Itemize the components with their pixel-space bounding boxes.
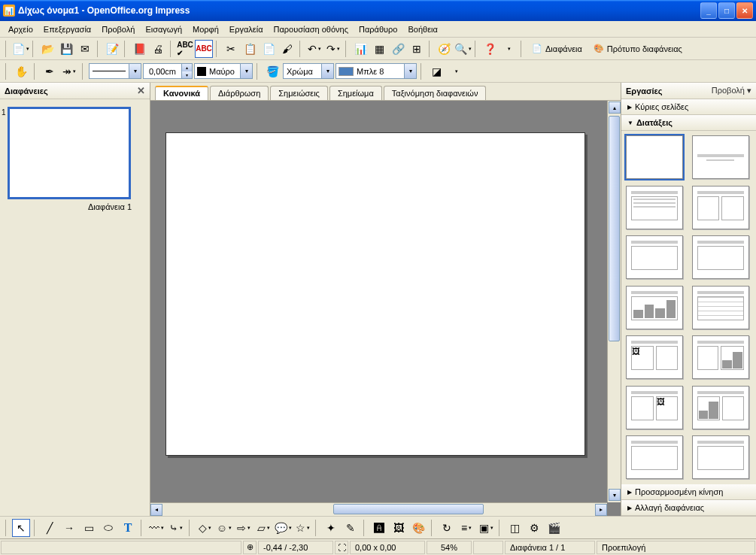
save-button[interactable]: 💾 — [57, 40, 75, 58]
from-file-tool[interactable]: 🖼 — [390, 519, 408, 537]
copy-button[interactable]: 📋 — [241, 40, 259, 58]
menu-format[interactable]: Μορφή — [187, 23, 224, 35]
layout-chart-text[interactable] — [692, 386, 749, 429]
slides-panel-close-icon[interactable]: ✕ — [137, 85, 145, 96]
tab-handout[interactable]: Σημείωμα — [329, 86, 382, 100]
menu-help[interactable]: Βοήθεια — [402, 23, 442, 35]
open-button[interactable]: 📂 — [38, 40, 56, 58]
spellcheck-button[interactable]: ABC✔ — [176, 40, 194, 58]
arrange-tool[interactable]: ▣▾ — [477, 519, 495, 537]
animation-tool[interactable]: 🎬 — [545, 519, 563, 537]
autospellcheck-button[interactable]: ABC — [195, 40, 213, 58]
basic-shapes-tool[interactable]: ◇▾ — [196, 519, 214, 537]
tab-normal[interactable]: Κανονικά — [155, 86, 208, 100]
arrow-end-button[interactable]: ↠▾ — [60, 62, 78, 80]
layout-more-2[interactable] — [692, 435, 749, 479]
menu-tools[interactable]: Εργαλεία — [224, 23, 269, 35]
layout-title-only[interactable] — [626, 235, 683, 279]
line-color-combo[interactable]: Μαύρο ▾ — [194, 63, 253, 79]
status-zoom[interactable]: 54% — [427, 541, 472, 554]
slide-button[interactable]: 📄Διαφάνεια — [527, 40, 587, 58]
connector-tool[interactable]: ⤷▾ — [167, 519, 185, 537]
layout-two-content[interactable] — [692, 186, 749, 229]
curve-tool[interactable]: 〰▾ — [147, 519, 165, 537]
undo-button[interactable]: ↶▾ — [305, 40, 323, 58]
layout-object[interactable] — [692, 235, 749, 279]
align-tool[interactable]: ≡▾ — [457, 519, 475, 537]
menu-view[interactable]: Προβολή — [96, 23, 140, 35]
horizontal-scrollbar[interactable]: ◂ ▸ — [150, 502, 607, 516]
menu-edit[interactable]: Επεξεργασία — [38, 23, 96, 35]
tab-notes[interactable]: Σημειώσεις — [270, 86, 328, 100]
rotate-tool[interactable]: ↻ — [438, 519, 456, 537]
points-tool[interactable]: ✦ — [322, 519, 340, 537]
zoom-button[interactable]: 🔍▾ — [454, 40, 472, 58]
fill-type-combo[interactable]: Χρώμα ▾ — [283, 63, 334, 79]
layout-blank[interactable] — [626, 135, 683, 179]
toolbar-more[interactable]: ▾ — [447, 62, 465, 80]
format-paintbrush-button[interactable]: 🖌 — [278, 40, 296, 58]
menu-insert[interactable]: Εισαγωγή — [140, 23, 187, 35]
layout-more-1[interactable] — [626, 435, 683, 479]
stars-tool[interactable]: ☆▾ — [293, 519, 311, 537]
layout-table[interactable] — [692, 286, 749, 329]
slide-canvas[interactable] — [165, 132, 585, 456]
email-button[interactable]: ✉ — [76, 40, 94, 58]
pen-tool[interactable]: ✒ — [41, 62, 59, 80]
gallery-tool[interactable]: 🎨 — [409, 519, 427, 537]
close-button[interactable]: ✕ — [736, 2, 753, 19]
flowchart-tool[interactable]: ▱▾ — [254, 519, 272, 537]
tasks-view-link[interactable]: Προβολή ▾ — [712, 86, 751, 96]
section-slide-transition[interactable]: Αλλαγή διαφάνειας — [621, 500, 756, 516]
export-pdf-button[interactable]: 📕 — [130, 40, 148, 58]
menu-window[interactable]: Παράθυρο — [354, 23, 402, 35]
line-tool[interactable]: ╱ — [41, 519, 59, 537]
edit-file-button[interactable]: 📝 — [103, 40, 121, 58]
tab-sorter[interactable]: Ταξινόμηση διαφανειών — [384, 86, 487, 100]
arrow-tool[interactable]: → — [60, 519, 78, 537]
redo-button[interactable]: ↷▾ — [324, 40, 342, 58]
line-width-input[interactable] — [144, 64, 181, 78]
layout-content[interactable] — [626, 186, 683, 229]
layout-text-chart[interactable] — [692, 335, 749, 379]
ellipse-tool[interactable]: ⬭ — [99, 519, 117, 537]
help-button[interactable]: ❓ — [481, 40, 499, 58]
symbol-shapes-tool[interactable]: ☺▾ — [215, 519, 233, 537]
chart-button[interactable]: 📊 — [351, 40, 369, 58]
cut-button[interactable]: ✂ — [222, 40, 240, 58]
menu-slideshow[interactable]: Παρουσίαση οθόνης — [269, 23, 354, 35]
callout-tool[interactable]: 💬▾ — [274, 519, 292, 537]
slide-editor[interactable]: ▴ ▾ ◂ ▸ — [150, 101, 621, 516]
slide-thumbnail-1[interactable]: 1 — [8, 107, 142, 199]
select-tool[interactable]: ↖ — [12, 519, 30, 537]
fill-color-combo[interactable]: Μπλε 8 ▾ — [335, 63, 417, 79]
block-arrows-tool[interactable]: ⇨▾ — [235, 519, 253, 537]
tab-outline[interactable]: Διάρθρωση — [210, 86, 269, 100]
layout-text-clipart[interactable]: 🖼 — [626, 386, 683, 429]
slide-template-button[interactable]: 🎨Πρότυπο διαφάνειας — [588, 40, 688, 58]
table-button[interactable]: ▦ — [370, 40, 388, 58]
layout-clipart-text[interactable]: 🖼 — [626, 335, 683, 379]
gluepoints-tool[interactable]: ✎ — [342, 519, 360, 537]
new-button[interactable]: 📄▾ — [11, 40, 29, 58]
section-layouts[interactable]: Διατάξεις — [621, 115, 756, 131]
navigator-button[interactable]: 🧭 — [435, 40, 453, 58]
rectangle-tool[interactable]: ▭ — [80, 519, 98, 537]
hyperlink-button[interactable]: 🔗 — [389, 40, 407, 58]
text-tool[interactable]: T — [119, 519, 137, 537]
print-button[interactable]: 🖨 — [149, 40, 167, 58]
menu-file[interactable]: Αρχείο — [3, 23, 38, 35]
shadow-button[interactable]: ◪ — [427, 62, 445, 80]
paste-button[interactable]: 📄 — [260, 40, 278, 58]
section-custom-animation[interactable]: Προσαρμοσμένη κίνηση — [621, 484, 756, 500]
extrusion-tool[interactable]: ◫ — [506, 519, 524, 537]
vertical-scrollbar[interactable]: ▴ ▾ — [607, 101, 621, 502]
dropdown-more[interactable]: ▾ — [499, 40, 518, 58]
section-master-pages[interactable]: Κύριες σελίδες — [621, 99, 756, 115]
layout-chart[interactable] — [626, 286, 683, 329]
fontwork-tool[interactable]: 🅰 — [370, 519, 388, 537]
pointer-tool[interactable]: ✋ — [12, 62, 30, 80]
restore-button[interactable]: □ — [718, 2, 735, 19]
interaction-tool[interactable]: ⚙ — [525, 519, 543, 537]
minimize-button[interactable]: _ — [700, 2, 717, 19]
